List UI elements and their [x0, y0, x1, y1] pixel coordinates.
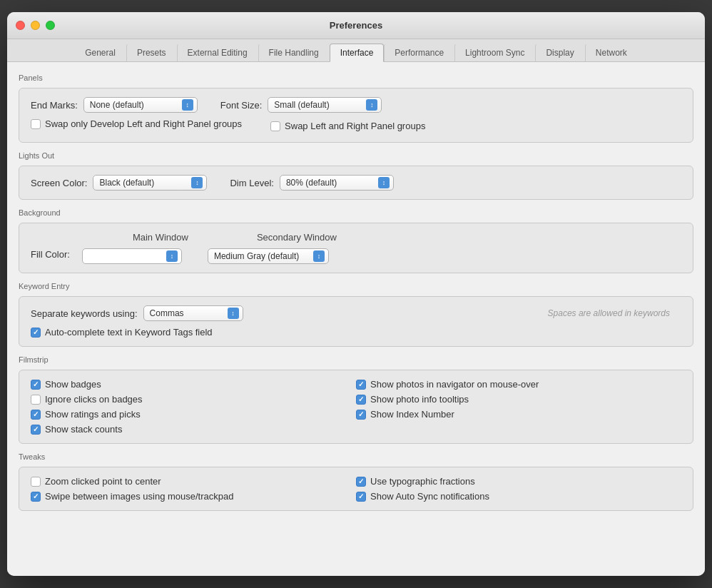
- filmstrip-label: Filmstrip: [19, 355, 693, 364]
- tab-external-editing[interactable]: External Editing: [177, 44, 258, 61]
- tweaks-col-left: Zoom clicked point to center Swipe betwe…: [31, 476, 356, 502]
- separate-keywords-select[interactable]: Commas: [143, 305, 243, 321]
- font-size-label: Font Size:: [220, 100, 263, 111]
- lights-out-section: Lights Out Screen Color: Black (default)…: [19, 151, 693, 200]
- tab-general[interactable]: General: [74, 44, 126, 61]
- content-area: Panels End Marks: None (default) ↕ Font …: [7, 62, 705, 576]
- tweaks-label: Tweaks: [19, 452, 693, 461]
- filmstrip-right-item-1: Show photo info tooltips: [356, 394, 681, 405]
- show-stack-counts-label: Show stack counts: [45, 424, 122, 435]
- tab-network[interactable]: Network: [585, 44, 638, 61]
- titlebar: Preferences: [7, 12, 705, 39]
- tab-bar: General Presets External Editing File Ha…: [7, 39, 705, 62]
- tweaks-right-item-0: Use typographic fractions: [356, 476, 681, 487]
- autocomplete-label: Auto-complete text in Keyword Tags field: [45, 327, 213, 338]
- close-button[interactable]: [16, 21, 25, 30]
- tweaks-right-item-1: Show Auto Sync notifications: [356, 491, 681, 502]
- swap-develop-checkbox[interactable]: [31, 119, 41, 129]
- panels-label: Panels: [19, 74, 693, 82]
- filmstrip-item-0: Show badges: [31, 379, 356, 390]
- font-size-select[interactable]: Small (default): [268, 97, 382, 113]
- lights-out-box: Screen Color: Black (default) ↕ Dim Leve…: [19, 166, 693, 200]
- end-marks-group: End Marks: None (default) ↕: [31, 97, 198, 113]
- show-index-number-label: Show Index Number: [370, 409, 454, 420]
- autocomplete-row: Auto-complete text in Keyword Tags field: [31, 327, 681, 338]
- tweaks-left-item-1: Swipe between images using mouse/trackpa…: [31, 491, 356, 502]
- swap-develop-row: Swap only Develop Left and Right Panel g…: [31, 118, 242, 129]
- tab-file-handling[interactable]: File Handling: [258, 44, 330, 61]
- tab-performance[interactable]: Performance: [384, 44, 454, 61]
- show-stack-counts-checkbox[interactable]: [31, 425, 41, 435]
- fill-color-label: Fill Color:: [31, 232, 70, 260]
- tweaks-columns: Zoom clicked point to center Swipe betwe…: [31, 476, 681, 502]
- show-ratings-label: Show ratings and picks: [45, 409, 141, 420]
- filmstrip-section: Filmstrip Show badges Ignore clicks on b…: [19, 355, 693, 444]
- keyword-entry-label: Keyword Entry: [19, 282, 693, 290]
- show-navigator-checkbox[interactable]: [356, 380, 366, 390]
- swap-all-label: Swap Left and Right Panel groups: [285, 121, 425, 131]
- filmstrip-item-2: Show ratings and picks: [31, 409, 356, 420]
- separate-keywords-group: Separate keywords using: Commas ↕: [31, 305, 243, 321]
- tab-display[interactable]: Display: [535, 44, 584, 61]
- tab-lightroom-sync[interactable]: Lightroom Sync: [454, 44, 535, 61]
- screen-color-group: Screen Color: Black (default) ↕: [31, 175, 207, 191]
- show-index-number-checkbox[interactable]: [356, 410, 366, 420]
- maximize-button[interactable]: [46, 21, 55, 30]
- end-marks-select-wrapper: None (default) ↕: [83, 97, 198, 113]
- secondary-window-header: Secondary Window: [257, 232, 337, 243]
- font-size-select-wrapper: Small (default) ↕: [268, 97, 382, 113]
- dim-level-select[interactable]: 80% (default): [280, 175, 394, 191]
- filmstrip-box: Show badges Ignore clicks on badges Show…: [19, 370, 693, 444]
- swipe-images-label: Swipe between images using mouse/trackpa…: [45, 491, 233, 502]
- screen-color-select-wrapper: Black (default) ↕: [93, 175, 207, 191]
- keyword-separate-row: Separate keywords using: Commas ↕ Spaces…: [31, 305, 681, 321]
- show-photo-info-label: Show photo info tooltips: [370, 394, 469, 405]
- end-marks-select[interactable]: None (default): [83, 97, 198, 113]
- tab-interface[interactable]: Interface: [330, 44, 385, 62]
- filmstrip-item-1: Ignore clicks on badges: [31, 394, 356, 405]
- main-fill-color-select[interactable]: [82, 248, 182, 264]
- filmstrip-columns: Show badges Ignore clicks on badges Show…: [31, 379, 681, 435]
- tweaks-box: Zoom clicked point to center Swipe betwe…: [19, 467, 693, 511]
- filmstrip-col-right: Show photos in navigator on mouse-over S…: [356, 379, 681, 435]
- dim-level-label: Dim Level:: [230, 178, 273, 188]
- separate-keywords-label: Separate keywords using:: [31, 308, 138, 319]
- filmstrip-col-left: Show badges Ignore clicks on badges Show…: [31, 379, 356, 435]
- background-label: Background: [19, 208, 693, 217]
- auto-sync-notifications-checkbox[interactable]: [356, 492, 366, 502]
- typographic-fractions-checkbox[interactable]: [356, 477, 366, 487]
- show-navigator-label: Show photos in navigator on mouse-over: [370, 379, 539, 390]
- preferences-window: Preferences General Presets External Edi…: [7, 12, 705, 576]
- show-ratings-checkbox[interactable]: [31, 410, 41, 420]
- zoom-clicked-checkbox[interactable]: [31, 477, 41, 487]
- swipe-images-checkbox[interactable]: [31, 492, 41, 502]
- separate-keywords-select-wrapper: Commas ↕: [143, 305, 243, 321]
- swap-develop-label: Swap only Develop Left and Right Panel g…: [45, 118, 242, 129]
- keyword-entry-section: Keyword Entry Separate keywords using: C…: [19, 282, 693, 347]
- tweaks-section: Tweaks Zoom clicked point to center Swip…: [19, 452, 693, 511]
- ignore-clicks-checkbox[interactable]: [31, 395, 41, 405]
- main-window-header: Main Window: [133, 232, 188, 243]
- secondary-fill-color-select[interactable]: Medium Gray (default): [208, 248, 329, 264]
- main-fill-color-wrapper: ↕: [82, 248, 182, 264]
- keyword-entry-box: Separate keywords using: Commas ↕ Spaces…: [19, 296, 693, 347]
- minimize-button[interactable]: [31, 21, 40, 30]
- end-marks-label: End Marks:: [31, 100, 78, 111]
- tab-presets[interactable]: Presets: [126, 44, 177, 61]
- font-size-group: Font Size: Small (default) ↕: [220, 97, 382, 113]
- background-section: Background Fill Color: Main Window ↕: [19, 208, 693, 273]
- tweaks-col-right: Use typographic fractions Show Auto Sync…: [356, 476, 681, 502]
- swap-all-checkbox[interactable]: [270, 121, 280, 131]
- window-title: Preferences: [330, 20, 382, 31]
- auto-sync-notifications-label: Show Auto Sync notifications: [370, 491, 489, 502]
- show-badges-checkbox[interactable]: [31, 380, 41, 390]
- autocomplete-checkbox[interactable]: [31, 328, 41, 338]
- traffic-lights: [16, 21, 55, 30]
- tweaks-left-item-0: Zoom clicked point to center: [31, 476, 356, 487]
- show-photo-info-checkbox[interactable]: [356, 395, 366, 405]
- lights-out-row: Screen Color: Black (default) ↕ Dim Leve…: [31, 175, 681, 191]
- screen-color-select[interactable]: Black (default): [93, 175, 207, 191]
- show-badges-label: Show badges: [45, 379, 101, 390]
- panels-row1: End Marks: None (default) ↕ Font Size:: [31, 97, 681, 113]
- panels-box: End Marks: None (default) ↕ Font Size:: [19, 88, 693, 143]
